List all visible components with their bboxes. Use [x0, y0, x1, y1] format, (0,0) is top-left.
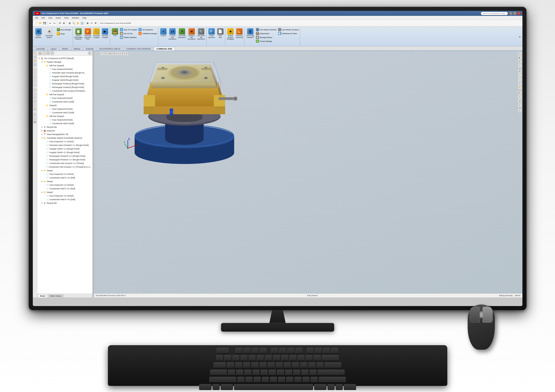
kb-key-enter[interactable] — [318, 370, 345, 376]
vert-btn-spline[interactable]: ~ — [33, 83, 37, 87]
kb-key-slash[interactable] — [311, 377, 318, 383]
kb-key-s[interactable] — [236, 370, 243, 376]
kb-key-j[interactable] — [277, 370, 284, 376]
menu-window[interactable]: Window — [70, 16, 80, 19]
vp-btn-zoom-in[interactable]: + — [518, 73, 521, 77]
kb-key-g[interactable] — [261, 370, 268, 376]
btn-multiaxis[interactable]: M MultiaxisMillOperations — [187, 28, 196, 41]
minimize-button[interactable]: ─ — [509, 12, 512, 15]
search-input[interactable] — [481, 12, 508, 15]
toolbar-redo[interactable]: ↪ — [52, 22, 56, 25]
vert-btn-arc[interactable]: ⌒ — [33, 80, 37, 83]
kb-key-f9[interactable] — [307, 348, 314, 354]
panel-btn-feature-mgr[interactable]: 🏠 — [38, 51, 42, 55]
kb-key-f7[interactable] — [287, 348, 295, 354]
vp-btn-shadows[interactable]: ◑ — [518, 99, 521, 103]
tree-item[interactable]: ▼📍Stock Manager[S001-T6] — [38, 132, 92, 136]
btn-post[interactable]: 📤 Post — [111, 28, 119, 37]
btn-25axis[interactable]: 2.5 2.5 AxisMillOperations — [168, 28, 177, 41]
kb-key-b[interactable] — [270, 377, 277, 383]
vert-btn-line[interactable]: / — [33, 68, 37, 72]
menu-edit[interactable]: Edit — [40, 16, 46, 19]
vp-btn-pan[interactable]: ✋ — [518, 86, 521, 89]
mouse-left-button[interactable] — [470, 307, 480, 323]
vp-btn-a2[interactable]: A — [518, 109, 521, 112]
tab-sketch[interactable]: Sketch — [59, 47, 71, 51]
vert-btn-relation[interactable]: ⊥ — [33, 92, 37, 96]
kb-key-1[interactable] — [224, 355, 232, 361]
btn-coordinate-system[interactable]: ⊕ Coordinate System — [43, 28, 56, 39]
kb-key-backtick[interactable] — [216, 355, 223, 361]
vp-btn-appearance[interactable]: 🎨 — [518, 91, 521, 95]
kb-key-menu[interactable] — [336, 384, 343, 390]
tree-item[interactable]: ▼🗑Recycle Bin — [38, 201, 92, 205]
kb-key-f3[interactable] — [252, 348, 259, 354]
kb-key-f2[interactable] — [243, 348, 251, 354]
vert-btn-zoom[interactable]: 🔍 — [33, 55, 37, 59]
tree-item[interactable]: 📄Face Feature26 [Finish] — [38, 67, 92, 71]
tree-item[interactable]: ▼📁Setup5 — [38, 190, 92, 194]
tree-item[interactable]: 📄Face Feature26 <1> [Finish] — [38, 140, 92, 143]
vert-btn-rect[interactable]: □ — [33, 76, 37, 79]
tree-item[interactable]: 📄Face Feature28 [Finish] — [38, 96, 92, 100]
tree-item[interactable]: 📄Countersink Hole72 <3> [Drill] — [38, 176, 92, 180]
tree-item[interactable]: 📄Countersink Hole73 [Drill] — [38, 111, 92, 115]
tree-item[interactable]: 📄Countersink Hole74 <5> [Drill] — [38, 198, 92, 201]
kb-key-lshift[interactable] — [209, 377, 236, 383]
kb-key-l[interactable] — [293, 370, 300, 376]
kb-key-semicolon[interactable] — [301, 370, 309, 376]
btn-step-through[interactable]: ⏯ Step Thru Toolpath — [119, 28, 138, 31]
tree-item[interactable]: 📄Face Feature30 <5> [Finish] — [38, 194, 92, 198]
kb-key-k[interactable] — [285, 370, 292, 376]
kb-key-i[interactable] — [284, 362, 291, 368]
ribbon-collapse[interactable]: ▲ — [518, 27, 521, 46]
vert-btn-dim[interactable]: ⊿ — [33, 88, 37, 92]
tab-camworks-workflow[interactable]: CAMWorks 2025-WorkFlow — [123, 47, 153, 51]
toolbar-rotate[interactable]: 🔄 — [80, 22, 84, 25]
tree-item[interactable]: ▼📦Instances — [38, 129, 92, 132]
menu-help[interactable]: Help — [81, 16, 88, 19]
tree-item[interactable]: 📄Countersink Hole Group15 <1> [Thread] — [38, 161, 92, 165]
menu-insert[interactable]: Insert — [54, 16, 62, 19]
btn-define-machine[interactable]: ⚙ DefineMachine — [34, 28, 43, 39]
tree-item[interactable]: 📄Countersink Hole73 <4> [Drill] — [38, 187, 92, 190]
kb-key-rbracket[interactable] — [316, 362, 324, 368]
vert-btn-block[interactable]: ▣ — [33, 120, 37, 124]
kb-key-3[interactable] — [241, 355, 248, 361]
kb-key-f5[interactable] — [271, 348, 278, 354]
maximize-button[interactable]: □ — [513, 12, 517, 15]
kb-key-period[interactable] — [302, 377, 310, 383]
kb-key-7[interactable] — [273, 355, 280, 361]
tab-evaluate[interactable]: Evaluate — [83, 47, 96, 51]
kb-key-u[interactable] — [276, 362, 283, 368]
vert-btn-rotate[interactable]: 🔄 — [33, 63, 37, 66]
toolbar-zoom-in[interactable]: 🔍 — [72, 22, 76, 25]
tree-item[interactable]: 📄Face Feature29 <4> [Finish] — [38, 183, 92, 187]
kb-key-backslash[interactable] — [325, 362, 342, 368]
tree-item[interactable]: ▼📁Feature Manager — [38, 60, 92, 64]
btn-message-window[interactable]: 💬 Message Window — [256, 36, 277, 39]
kb-key-lalt[interactable] — [221, 384, 233, 390]
tree-item[interactable]: 📄Irregular Slot29 [Rough-Finish] — [38, 75, 92, 78]
toolbar-new[interactable]: 📄 — [35, 22, 38, 25]
viewport[interactable]: X Y Z Kurt Vise:SLD4SM — [94, 51, 522, 298]
kb-key-rwin[interactable] — [327, 384, 335, 390]
kb-key-p[interactable] — [300, 362, 307, 368]
kb-key-z[interactable] — [237, 377, 245, 383]
kb-key-lctrl[interactable] — [199, 384, 212, 390]
btn-extract-machinable[interactable]: 📋 ExtractMachinableFeatures — [74, 28, 83, 41]
close-button[interactable]: ✕ — [518, 12, 521, 15]
kb-key-h[interactable] — [269, 370, 276, 376]
panel-btn-config[interactable]: ⚙ — [46, 51, 50, 55]
btn-save-plan[interactable]: 📄 SavePlan — [216, 28, 225, 39]
tab-model[interactable]: Model — [38, 294, 48, 298]
tree-item[interactable]: 📄Countersink Hole74 [Drill] — [38, 122, 92, 125]
toolbar-section[interactable]: ✂ — [90, 22, 94, 25]
kb-key-comma[interactable] — [294, 377, 302, 383]
toolbar-undo[interactable]: ↩ — [48, 22, 52, 25]
vert-btn-select[interactable]: ↖ — [33, 51, 37, 55]
btn-camworks-mgr[interactable]: 🗂 CAMWorks Manager — [138, 32, 157, 35]
kb-key-space[interactable] — [234, 384, 313, 390]
toolbar-zoom-fit[interactable]: ⊞ — [68, 22, 72, 25]
btn-simulate[interactable]: ▶ SimulateToolpath — [101, 28, 109, 39]
